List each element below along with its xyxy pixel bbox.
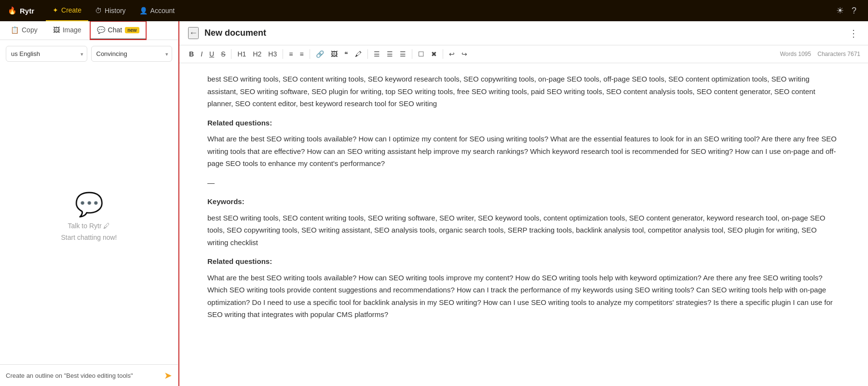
- top-nav: 🔥 Rytr ✦ Create ⏱ History 👤 Account ☀ ?: [0, 0, 868, 21]
- ol-button[interactable]: ≡: [297, 48, 306, 60]
- create-icon: ✦: [53, 6, 58, 14]
- redo-button[interactable]: ↪: [459, 48, 470, 60]
- account-icon: 👤: [139, 7, 148, 14]
- language-select[interactable]: us English uk English French German Span…: [6, 46, 87, 62]
- copy-tab-icon: 📋: [11, 26, 19, 34]
- content-paragraph-3: best SEO writing tools, SEO content writ…: [207, 212, 839, 249]
- separator-3: [310, 49, 310, 59]
- logo-text: Rytr: [20, 7, 34, 15]
- editor-header: ← New document ⋮: [178, 21, 868, 45]
- nav-history[interactable]: ⏱ History: [88, 0, 133, 21]
- char-count-label: Characters: [817, 51, 846, 57]
- align-center-button[interactable]: ☰: [384, 48, 396, 60]
- theme-toggle-button[interactable]: ☀: [832, 5, 848, 16]
- chat-empty-state: 💬 Talk to Rytr 🖊 Start chatting now!: [0, 68, 178, 364]
- h3-button[interactable]: H3: [265, 48, 280, 60]
- content-heading-3: Related questions:: [207, 255, 839, 268]
- word-count-label: Words: [780, 51, 796, 57]
- separator-2: [283, 49, 283, 59]
- align-right-button[interactable]: ☰: [397, 48, 409, 60]
- quote-button[interactable]: ❝: [341, 48, 351, 60]
- chat-input[interactable]: [6, 372, 160, 379]
- italic-button[interactable]: I: [198, 48, 205, 60]
- editor-area: ← New document ⋮ B I U S H1 H2 H3 ≡ ≡ 🔗 …: [178, 21, 868, 386]
- bold-button[interactable]: B: [186, 48, 197, 60]
- send-icon: ➤: [164, 370, 172, 381]
- content-paragraph-4: What are the best SEO writing tools avai…: [207, 272, 839, 321]
- box-button[interactable]: ☐: [415, 48, 427, 60]
- word-char-count: Words 1095 Characters 7671: [780, 51, 860, 57]
- sidebar-tabs: 📋 Copy 🖼 Image 💬 Chat new: [0, 21, 178, 40]
- content-heading-2: Keywords:: [207, 195, 839, 208]
- underline-button[interactable]: U: [206, 48, 217, 60]
- nav-create[interactable]: ✦ Create: [46, 0, 88, 21]
- strikethrough-button[interactable]: S: [218, 48, 228, 60]
- editor-toolbar: B I U S H1 H2 H3 ≡ ≡ 🔗 🖼 ❝ 🖍 ☰ ☰ ☰ ☐ ✖ ↩: [178, 45, 868, 63]
- h1-button[interactable]: H1: [234, 48, 249, 60]
- sidebar-input-area: ➤: [0, 364, 178, 386]
- tab-copy[interactable]: 📋 Copy: [4, 21, 44, 40]
- language-select-wrapper: us English uk English French German Span…: [6, 46, 87, 62]
- back-button[interactable]: ←: [188, 27, 199, 39]
- content-paragraph-1: best SEO writing tools, SEO content writ…: [207, 73, 839, 110]
- history-icon: ⏱: [95, 7, 102, 14]
- clear-format-button[interactable]: ✖: [428, 48, 440, 60]
- more-options-button[interactable]: ⋮: [849, 28, 858, 39]
- ul-button[interactable]: ≡: [286, 48, 296, 60]
- image-tab-icon: 🖼: [53, 26, 60, 34]
- left-sidebar: 📋 Copy 🖼 Image 💬 Chat new us English uk …: [0, 21, 178, 386]
- content-heading-1: Related questions:: [207, 117, 839, 129]
- tab-chat[interactable]: 💬 Chat new: [90, 21, 146, 40]
- main-layout: 📋 Copy 🖼 Image 💬 Chat new us English uk …: [0, 21, 868, 386]
- tone-select-wrapper: Convincing Casual Formal Humorous Inspir…: [91, 46, 173, 62]
- tone-select[interactable]: Convincing Casual Formal Humorous Inspir…: [91, 46, 173, 62]
- link-button[interactable]: 🔗: [313, 48, 327, 60]
- nav-account[interactable]: 👤 Account: [133, 0, 182, 21]
- chat-empty-line2: Start chatting now!: [61, 234, 117, 241]
- align-left-button[interactable]: ☰: [371, 48, 383, 60]
- separator-5: [412, 49, 412, 59]
- image-button[interactable]: 🖼: [328, 48, 340, 60]
- chat-empty-icon: 💬: [75, 191, 104, 218]
- send-button[interactable]: ➤: [164, 370, 172, 381]
- h2-button[interactable]: H2: [250, 48, 264, 60]
- chat-badge: new: [125, 27, 139, 33]
- undo-button[interactable]: ↩: [446, 48, 458, 60]
- help-button[interactable]: ?: [848, 6, 860, 16]
- content-paragraph-2: What are the best SEO writing tools avai…: [207, 133, 839, 170]
- char-count-value: 7671: [847, 51, 860, 57]
- logo-icon: 🔥: [8, 6, 17, 15]
- sidebar-controls: us English uk English French German Span…: [0, 40, 178, 68]
- chat-tab-icon: 💬: [97, 26, 105, 34]
- chat-empty-line1: Talk to Rytr 🖊: [68, 222, 110, 230]
- logo[interactable]: 🔥 Rytr: [8, 6, 34, 15]
- content-divider: —: [207, 177, 839, 189]
- editor-content[interactable]: best SEO writing tools, SEO content writ…: [178, 63, 868, 386]
- tab-image[interactable]: 🖼 Image: [46, 21, 88, 40]
- separator-6: [443, 49, 443, 59]
- highlight-button[interactable]: 🖍: [352, 48, 365, 60]
- separator-4: [367, 49, 368, 59]
- separator-1: [231, 49, 231, 59]
- word-count-value: 1095: [798, 51, 811, 57]
- document-title: New document: [204, 28, 849, 38]
